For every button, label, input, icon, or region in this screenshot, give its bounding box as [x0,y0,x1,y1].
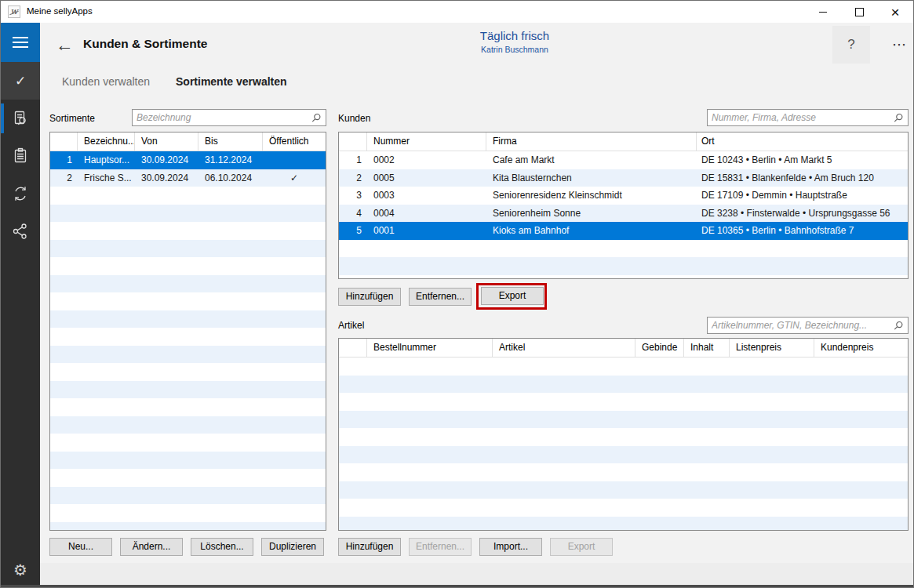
aendern-button[interactable]: Ändern... [120,538,183,556]
column-header-nummer[interactable]: Nummer [367,132,486,151]
cell-von [135,257,198,275]
table-row[interactable]: 20005Kita BlausternchenDE 15831 • Blanke… [339,169,908,187]
cell-firma [486,257,697,275]
cell-nummer: 0001 [367,222,486,240]
table-row[interactable]: 50001Kioks am BahnhofDE 10365 • Berlin •… [339,222,908,240]
table-row-empty [50,487,326,505]
cell-listenpreis [730,376,814,394]
window-title: Meine sellyApps [27,6,93,16]
close-button[interactable]: × [877,1,913,23]
column-header-bis[interactable]: Bis [198,132,263,151]
tab-sortimente-verwalten[interactable]: Sortimente verwalten [176,75,287,88]
cell-oeffentlich [263,187,326,205]
artikel-table-body [339,358,908,531]
cell-nr: 2 [339,169,367,187]
export-highlight-box: Export [476,283,547,310]
column-header-artikel[interactable]: Artikel [493,339,635,357]
cell-inhalt [684,463,730,481]
cell-firma: Cafe am Markt [486,151,697,169]
share-icon [11,222,30,241]
kunden-export-button[interactable]: Export [481,287,544,305]
table-row[interactable]: 30003Seniorenresidenz KleinschmidtDE 171… [339,187,908,205]
table-row-empty [50,275,326,293]
column-header-gebinde[interactable]: Gebinde [635,339,684,357]
table-row-empty [339,257,908,275]
column-header-bezeichnung[interactable]: Bezeichnu... [78,132,135,151]
column-header-inhalt[interactable]: Inhalt [684,339,730,357]
kunden-search-input[interactable] [712,111,888,125]
cell-kundenpreis [814,446,908,464]
settings-button[interactable]: ⚙ [1,553,40,587]
cell-bis [198,240,263,258]
table-row[interactable]: 10002Cafe am MarktDE 10243 • Berlin • Am… [339,151,908,169]
column-header[interactable] [50,132,78,151]
cell-von [135,487,198,505]
minimize-button[interactable] [805,1,841,23]
column-header-ort[interactable]: Ort [697,132,908,151]
back-button[interactable]: ← [50,31,78,59]
cell-nummer [367,240,486,258]
column-header-von[interactable]: Von [135,132,198,151]
column-header-kundenpreis[interactable]: Kundenpreis [814,339,908,357]
table-row[interactable]: 1Hauptsor...30.09.202431.12.2024 [50,151,326,169]
cell-nr: 1 [339,151,367,169]
cell-bezeichnung [78,257,135,275]
table-row-empty [50,504,326,522]
artikel-search-input[interactable] [712,318,888,332]
kunden-entfernen-button[interactable]: Entfernen... [409,288,472,306]
menu-button[interactable] [1,23,40,62]
artikel-hinzufuegen-button[interactable]: Hinzufügen [338,538,401,556]
cell-artikel [493,393,635,411]
column-header[interactable] [339,339,367,357]
sortimente-table-header: Bezeichnu... Von Bis Öffentlich [50,132,326,151]
assortment-search-icon [11,109,30,128]
cell-bestellnummer [367,446,493,464]
table-row[interactable]: 40004Seniorenheim SonneDE 3238 • Finster… [339,205,908,223]
active-indicator [1,103,4,133]
cell-nr [339,376,367,394]
duplizieren-button[interactable]: Duplizieren [261,538,324,556]
column-header-firma[interactable]: Firma [486,132,697,151]
sortimente-search-input[interactable] [137,111,306,125]
artikel-import-button[interactable]: Import... [479,538,542,556]
sidebar-item-tasks[interactable]: ✓ [1,62,40,100]
table-row-empty [50,522,326,532]
artikel-label: Artikel [338,320,364,331]
cell-nr [50,487,78,505]
column-header-oeffentlich[interactable]: Öffentlich [263,132,326,151]
cell-bezeichnung [78,381,135,399]
cell-bezeichnung [78,416,135,434]
clipboard-icon [11,147,30,165]
cell-nr [50,275,78,293]
cell-inhalt [684,499,730,517]
sidebar-item-kunden-sortimente[interactable] [1,100,40,137]
table-row-empty [50,222,326,240]
kunden-hinzufuegen-button[interactable]: Hinzufügen [338,288,401,306]
cell-bezeichnung [78,452,135,470]
kunden-table-body: 10002Cafe am MarktDE 10243 • Berlin • Am… [339,151,908,279]
neu-button[interactable]: Neu... [49,538,112,556]
more-button[interactable]: ⋯ [881,26,914,64]
cell-nr [50,363,78,381]
tab-kunden-verwalten[interactable]: Kunden verwalten [62,75,150,88]
cell-gebinde [635,463,684,481]
loeschen-button[interactable]: Löschen... [191,538,253,556]
app-logo-icon: w [8,5,20,18]
column-header[interactable] [339,132,367,151]
column-header-bestellnummer[interactable]: Bestellnummer [367,339,493,357]
cell-ort: DE 10243 • Berlin • Am Markt 5 [697,151,908,169]
sidebar-item-share[interactable] [1,212,40,250]
cell-oeffentlich [263,398,326,416]
maximize-button[interactable] [841,1,877,23]
cell-nr [339,481,367,499]
sidebar-item-lists[interactable] [1,137,40,175]
cell-nr [50,187,78,205]
sidebar-item-sync[interactable] [1,175,40,212]
cell-firma: Seniorenresidenz Kleinschmidt [486,187,697,205]
help-button[interactable]: ? [832,26,870,64]
column-header-listenpreis[interactable]: Listenpreis [730,339,814,357]
table-row[interactable]: 2Frische S...30.09.202406.10.2024✓ [50,169,326,187]
cell-bis [198,275,263,293]
cell-nr [50,346,78,364]
cell-bis [198,328,263,346]
